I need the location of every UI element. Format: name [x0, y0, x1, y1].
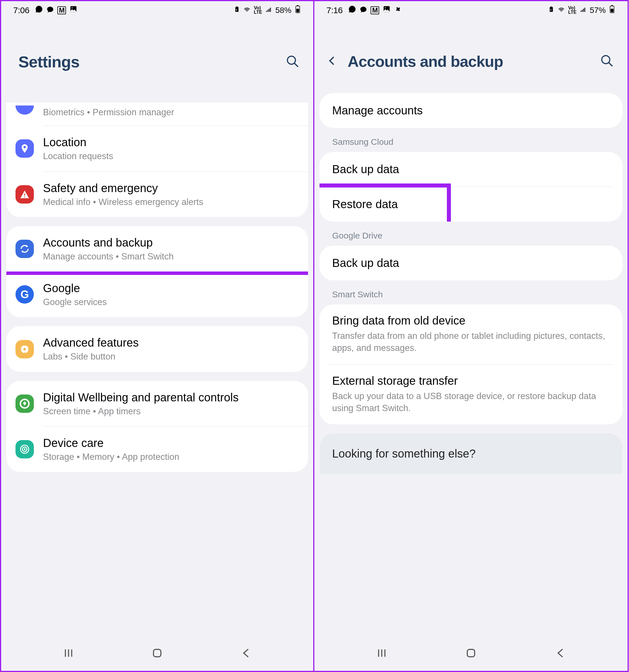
item-subtitle: Manage accounts • Smart Switch — [43, 251, 299, 262]
advanced-icon — [16, 340, 34, 358]
item-subtitle: Storage • Memory • App protection — [43, 451, 299, 463]
section-google-drive: Google Drive — [320, 231, 622, 246]
status-left: 7:16 M — [326, 5, 402, 15]
recents-button[interactable] — [62, 647, 75, 661]
accounts-header: Accounts and backup — [314, 18, 628, 93]
smart-switch-card: Bring data from old device Transfer data… — [320, 305, 622, 424]
back-button[interactable] — [554, 647, 566, 661]
volte-icon: Vo)LTE — [568, 6, 577, 14]
home-button[interactable] — [465, 647, 477, 661]
battery-icon — [294, 5, 301, 15]
location-icon — [16, 139, 34, 158]
restore-data-item[interactable]: Restore data — [320, 187, 622, 222]
svg-rect-18 — [154, 649, 161, 657]
wifi-icon — [557, 6, 565, 15]
settings-item-wellbeing[interactable]: Digital Wellbeing and parental controls … — [6, 381, 308, 426]
chat-icon — [360, 5, 367, 15]
wellbeing-icon — [16, 394, 34, 413]
accounts-content[interactable]: Manage accounts Samsung Cloud Back up da… — [314, 93, 628, 638]
item-subtitle: Location requests — [43, 150, 299, 162]
status-right: Vo)LTE 57% — [548, 5, 615, 15]
settings-card-2: Accounts and backup Manage accounts • Sm… — [6, 226, 308, 317]
status-time: 7:16 — [326, 5, 343, 15]
settings-header: Settings — [1, 18, 313, 103]
google-drive-card: Back up data — [320, 246, 622, 280]
looking-for-else[interactable]: Looking for something else? — [320, 433, 622, 474]
settings-card-4: Digital Wellbeing and parental controls … — [6, 381, 308, 472]
item-title: Google — [43, 281, 299, 295]
svg-point-10 — [24, 348, 26, 350]
phone-left: 7:06 M Vo)LTE 58% Settings Biometrics • … — [0, 0, 314, 672]
svg-point-1 — [72, 7, 73, 8]
fan-icon — [394, 5, 402, 15]
page-title: Settings — [18, 52, 79, 71]
battery-saver-icon — [548, 5, 554, 15]
gmail-icon: M — [371, 6, 379, 14]
gallery-icon — [69, 5, 77, 15]
svg-point-14 — [24, 448, 25, 450]
item-title: Bring data from old device — [332, 314, 610, 327]
gmail-icon: M — [57, 6, 66, 14]
item-title: Accounts and backup — [43, 235, 299, 250]
gallery-icon — [382, 5, 391, 15]
back-icon[interactable] — [326, 55, 338, 68]
settings-item-security[interactable]: Biometrics • Permission manager — [6, 105, 308, 125]
search-icon[interactable] — [286, 54, 299, 69]
search-icon[interactable] — [600, 54, 614, 69]
battery-percent: 58% — [275, 6, 292, 15]
settings-item-google[interactable]: G Google Google services — [6, 272, 308, 317]
manage-accounts-item[interactable]: Manage accounts — [320, 93, 622, 128]
battery-icon — [609, 5, 615, 15]
chat-icon — [46, 5, 54, 15]
settings-item-safety[interactable]: Safety and emergency Medical info • Wire… — [6, 172, 308, 217]
svg-rect-8 — [24, 196, 25, 197]
backup-data-samsung[interactable]: Back up data — [320, 152, 622, 187]
item-subtitle: Biometrics • Permission manager — [43, 107, 299, 118]
item-title: External storage transfer — [332, 375, 610, 387]
whatsapp-icon — [348, 5, 356, 15]
status-time: 7:06 — [13, 5, 29, 15]
settings-item-advanced[interactable]: Advanced features Labs • Side button — [6, 326, 308, 371]
settings-card-1: Biometrics • Permission manager Location… — [6, 103, 308, 217]
bring-data-item[interactable]: Bring data from old device Transfer data… — [320, 305, 622, 364]
navigation-bar — [314, 638, 628, 671]
battery-saver-icon — [234, 5, 240, 15]
svg-rect-23 — [611, 9, 613, 12]
highlight-accounts-backup: Accounts and backup Manage accounts • Sm… — [6, 226, 308, 275]
signal-icon — [579, 6, 587, 15]
settings-item-device-care[interactable]: Device care Storage • Memory • App prote… — [6, 427, 308, 472]
samsung-cloud-card: Back up data Restore data — [320, 152, 622, 222]
sync-icon — [16, 240, 34, 258]
emergency-icon — [16, 185, 34, 203]
status-bar: 7:06 M Vo)LTE 58% — [1, 1, 313, 18]
navigation-bar — [1, 638, 313, 671]
section-smart-switch: Smart Switch — [320, 290, 622, 305]
battery-percent: 57% — [590, 6, 606, 15]
status-right: Vo)LTE 58% — [234, 5, 301, 15]
wifi-icon — [243, 6, 251, 15]
volte-icon: Vo)LTE — [254, 6, 262, 14]
item-title: Safety and emergency — [43, 181, 299, 195]
settings-item-location[interactable]: Location Location requests — [6, 126, 308, 171]
manage-accounts-card: Manage accounts — [320, 93, 622, 128]
svg-rect-7 — [24, 193, 25, 196]
item-desc: Transfer data from an old phone or table… — [332, 330, 610, 354]
item-subtitle: Google services — [43, 296, 299, 308]
back-button[interactable] — [239, 647, 252, 661]
recents-button[interactable] — [375, 647, 388, 661]
item-title: Device care — [43, 436, 299, 450]
phone-right: 7:16 M Vo)LTE 57% Accounts and backup Ma… — [314, 0, 629, 672]
svg-rect-4 — [296, 9, 299, 12]
item-subtitle: Medical info • Wireless emergency alerts — [43, 196, 299, 208]
settings-content[interactable]: Biometrics • Permission manager Location… — [1, 103, 313, 638]
svg-line-6 — [294, 63, 298, 67]
settings-card-3: Advanced features Labs • Side button — [6, 326, 308, 371]
home-button[interactable] — [151, 647, 163, 661]
backup-data-google[interactable]: Back up data — [320, 246, 622, 280]
svg-point-20 — [385, 7, 386, 8]
settings-item-accounts-backup[interactable]: Accounts and backup Manage accounts • Sm… — [6, 226, 308, 271]
item-desc: Back up your data to a USB storage devic… — [332, 390, 610, 414]
item-title: Location — [43, 135, 299, 149]
external-storage-item[interactable]: External storage transfer Back up your d… — [320, 365, 622, 425]
item-title: Digital Wellbeing and parental controls — [43, 390, 299, 405]
